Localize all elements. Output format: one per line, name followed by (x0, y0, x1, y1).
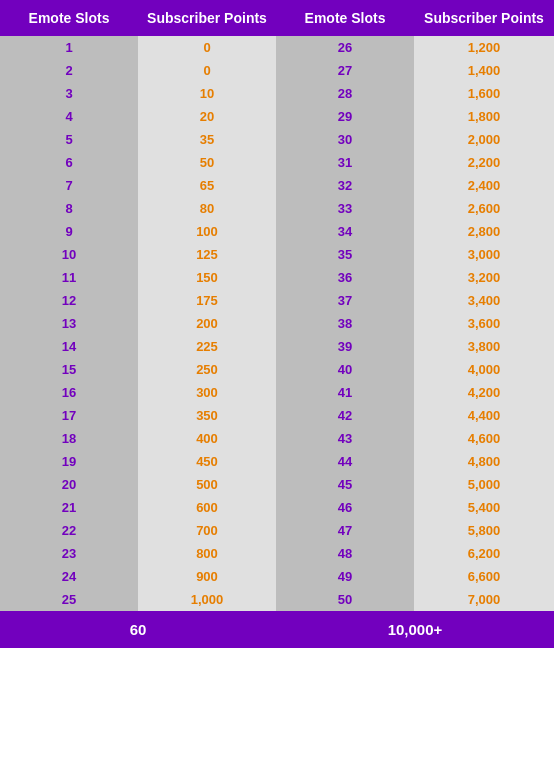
table-row: 24900496,600 (0, 565, 554, 588)
emote-slot-left: 11 (0, 266, 138, 289)
table-row: 19450444,800 (0, 450, 554, 473)
points-left: 10 (138, 82, 276, 105)
points-left: 900 (138, 565, 276, 588)
emote-slot-right: 41 (276, 381, 414, 404)
emote-slot-left: 14 (0, 335, 138, 358)
emote-slot-right: 35 (276, 243, 414, 266)
points-left: 500 (138, 473, 276, 496)
table-row: 765322,400 (0, 174, 554, 197)
main-table: Emote Slots Subscriber Points Emote Slot… (0, 0, 554, 648)
header-emote-slots-2: Emote Slots (276, 0, 414, 36)
header-row: Emote Slots Subscriber Points Emote Slot… (0, 0, 554, 36)
emote-slot-right: 49 (276, 565, 414, 588)
points-right: 3,600 (414, 312, 554, 335)
points-left: 125 (138, 243, 276, 266)
table-row: 21600465,400 (0, 496, 554, 519)
table-row: 310281,600 (0, 82, 554, 105)
points-left: 80 (138, 197, 276, 220)
table-row: 20500455,000 (0, 473, 554, 496)
points-left: 150 (138, 266, 276, 289)
emote-slot-left: 17 (0, 404, 138, 427)
footer-right: 10,000+ (276, 611, 554, 648)
emote-slot-right: 42 (276, 404, 414, 427)
emote-slot-left: 23 (0, 542, 138, 565)
points-right: 4,400 (414, 404, 554, 427)
points-right: 1,400 (414, 59, 554, 82)
points-left: 35 (138, 128, 276, 151)
points-left: 700 (138, 519, 276, 542)
points-right: 2,200 (414, 151, 554, 174)
emote-slot-right: 47 (276, 519, 414, 542)
table-row: 18400434,600 (0, 427, 554, 450)
points-right: 3,200 (414, 266, 554, 289)
emote-slot-right: 46 (276, 496, 414, 519)
emote-slot-right: 31 (276, 151, 414, 174)
emote-slot-left: 16 (0, 381, 138, 404)
emote-slot-right: 38 (276, 312, 414, 335)
emote-slot-left: 20 (0, 473, 138, 496)
table-row: 15250404,000 (0, 358, 554, 381)
emote-slot-right: 44 (276, 450, 414, 473)
points-left: 400 (138, 427, 276, 450)
emote-slot-right: 43 (276, 427, 414, 450)
emote-slot-right: 36 (276, 266, 414, 289)
header-subscriber-points-1: Subscriber Points (138, 0, 276, 36)
table-row: 22700475,800 (0, 519, 554, 542)
footer-left: 60 (0, 611, 276, 648)
points-right: 5,400 (414, 496, 554, 519)
emote-slot-right: 39 (276, 335, 414, 358)
emote-slot-right: 28 (276, 82, 414, 105)
points-right: 3,400 (414, 289, 554, 312)
emote-slot-left: 6 (0, 151, 138, 174)
emote-slot-left: 18 (0, 427, 138, 450)
emote-slot-left: 21 (0, 496, 138, 519)
emote-slot-right: 45 (276, 473, 414, 496)
table-row: 13200383,600 (0, 312, 554, 335)
emote-slot-right: 27 (276, 59, 414, 82)
emote-slot-left: 8 (0, 197, 138, 220)
table-row: 535302,000 (0, 128, 554, 151)
emote-slot-right: 26 (276, 36, 414, 59)
table-row: 10125353,000 (0, 243, 554, 266)
table-row: 16300414,200 (0, 381, 554, 404)
table-row: 650312,200 (0, 151, 554, 174)
points-right: 6,200 (414, 542, 554, 565)
points-right: 4,800 (414, 450, 554, 473)
emote-slot-right: 32 (276, 174, 414, 197)
emote-slot-left: 9 (0, 220, 138, 243)
emote-slot-left: 19 (0, 450, 138, 473)
table-row: 14225393,800 (0, 335, 554, 358)
emote-slot-right: 30 (276, 128, 414, 151)
emote-slot-left: 2 (0, 59, 138, 82)
emote-slot-left: 5 (0, 128, 138, 151)
points-right: 7,000 (414, 588, 554, 611)
table-row: 17350424,400 (0, 404, 554, 427)
emote-slot-right: 29 (276, 105, 414, 128)
header-emote-slots-1: Emote Slots (0, 0, 138, 36)
header-subscriber-points-2: Subscriber Points (414, 0, 554, 36)
points-left: 800 (138, 542, 276, 565)
points-right: 3,000 (414, 243, 554, 266)
points-left: 100 (138, 220, 276, 243)
points-left: 20 (138, 105, 276, 128)
table-row: 20271,400 (0, 59, 554, 82)
points-right: 1,200 (414, 36, 554, 59)
points-right: 5,800 (414, 519, 554, 542)
points-left: 225 (138, 335, 276, 358)
emote-slot-left: 24 (0, 565, 138, 588)
emote-slot-left: 22 (0, 519, 138, 542)
emote-slot-right: 48 (276, 542, 414, 565)
points-left: 600 (138, 496, 276, 519)
table-row: 12175373,400 (0, 289, 554, 312)
points-right: 3,800 (414, 335, 554, 358)
points-left: 350 (138, 404, 276, 427)
emote-slot-left: 10 (0, 243, 138, 266)
points-left: 450 (138, 450, 276, 473)
points-right: 4,200 (414, 381, 554, 404)
points-right: 5,000 (414, 473, 554, 496)
points-right: 1,600 (414, 82, 554, 105)
points-left: 50 (138, 151, 276, 174)
emote-slot-right: 50 (276, 588, 414, 611)
points-right: 2,400 (414, 174, 554, 197)
table-row: 9100342,800 (0, 220, 554, 243)
